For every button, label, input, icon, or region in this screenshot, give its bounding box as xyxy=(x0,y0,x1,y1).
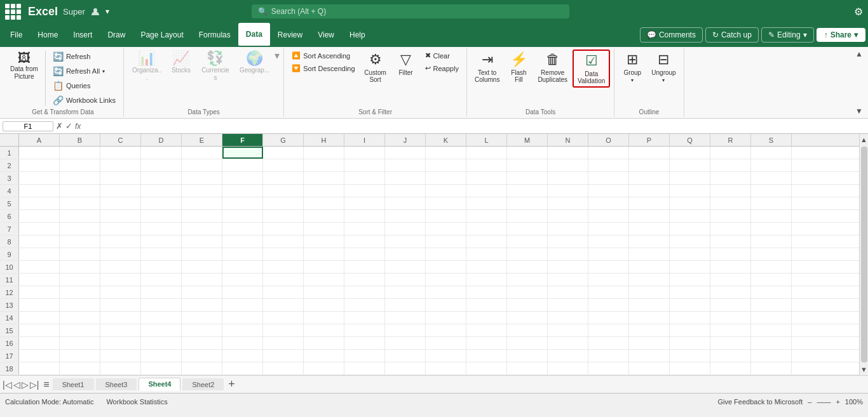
settings-icon[interactable]: ⚙ xyxy=(854,6,863,18)
cell-H13[interactable] xyxy=(304,299,344,311)
cell-E15[interactable] xyxy=(182,324,222,336)
cell-M3[interactable] xyxy=(507,172,548,184)
col-header-L[interactable]: L xyxy=(466,134,507,146)
cell-L7[interactable] xyxy=(466,223,507,235)
cell-L4[interactable] xyxy=(466,185,507,197)
col-header-N[interactable]: N xyxy=(548,134,588,146)
cell-J18[interactable] xyxy=(385,362,426,374)
remove-duplicates-button[interactable]: 🗑 RemoveDuplicates xyxy=(534,50,571,85)
cell-K11[interactable] xyxy=(426,274,466,286)
cell-H14[interactable] xyxy=(304,312,344,324)
cell-R4[interactable] xyxy=(710,185,751,197)
cell-Q18[interactable] xyxy=(670,362,710,374)
cell-J3[interactable] xyxy=(385,172,426,184)
cell-J14[interactable] xyxy=(385,312,426,324)
data-types-expand-icon[interactable]: ▾ xyxy=(275,50,280,62)
cell-R9[interactable] xyxy=(710,248,751,260)
row-num-13[interactable]: 13 xyxy=(0,299,19,311)
cell-E4[interactable] xyxy=(182,185,222,197)
cell-Q12[interactable] xyxy=(670,286,710,298)
cell-I16[interactable] xyxy=(344,337,385,349)
cell-B2[interactable] xyxy=(60,159,100,171)
cell-D18[interactable] xyxy=(141,362,182,374)
col-header-R[interactable]: R xyxy=(710,134,751,146)
menu-home[interactable]: Home xyxy=(30,23,65,47)
cell-M7[interactable] xyxy=(507,223,548,235)
cell-C18[interactable] xyxy=(100,362,141,374)
cell-A9[interactable] xyxy=(19,248,60,260)
cell-R1[interactable] xyxy=(710,147,751,159)
cell-K10[interactable] xyxy=(426,261,466,273)
cell-M6[interactable] xyxy=(507,210,548,222)
cell-Q4[interactable] xyxy=(670,185,710,197)
scroll-down-arrow[interactable]: ▼ xyxy=(858,364,868,375)
cell-R6[interactable] xyxy=(710,210,751,222)
cell-D12[interactable] xyxy=(141,286,182,298)
cell-F3[interactable] xyxy=(222,172,263,184)
cell-Q1[interactable] xyxy=(670,147,710,159)
waffle-icon[interactable] xyxy=(5,4,20,19)
cell-G9[interactable] xyxy=(263,248,304,260)
cell-O13[interactable] xyxy=(588,299,629,311)
cell-A6[interactable] xyxy=(19,210,60,222)
row-num-4[interactable]: 4 xyxy=(0,185,19,197)
add-sheet-button[interactable]: + xyxy=(226,378,238,391)
cell-L15[interactable] xyxy=(466,324,507,336)
cell-H2[interactable] xyxy=(304,159,344,171)
cell-G8[interactable] xyxy=(263,235,304,248)
cell-F9[interactable] xyxy=(222,248,263,260)
cell-A12[interactable] xyxy=(19,286,60,298)
dropdown-arrow-user[interactable]: ▾ xyxy=(105,7,109,16)
cell-F13[interactable] xyxy=(222,299,263,311)
cell-Q3[interactable] xyxy=(670,172,710,184)
col-header-J[interactable]: J xyxy=(385,134,426,146)
cell-B3[interactable] xyxy=(60,172,100,184)
cell-E12[interactable] xyxy=(182,286,222,298)
cell-O12[interactable] xyxy=(588,286,629,298)
cell-H6[interactable] xyxy=(304,210,344,222)
cell-A4[interactable] xyxy=(19,185,60,197)
cell-A1[interactable] xyxy=(19,147,60,159)
zoom-slider[interactable]: —— xyxy=(817,398,831,406)
cell-A13[interactable] xyxy=(19,299,60,311)
zoom-plus-icon[interactable]: + xyxy=(836,398,839,406)
cell-M5[interactable] xyxy=(507,197,548,209)
cell-L16[interactable] xyxy=(466,337,507,349)
cell-G13[interactable] xyxy=(263,299,304,311)
cell-F1[interactable] xyxy=(222,147,263,159)
cell-M9[interactable] xyxy=(507,248,548,260)
menu-page-layout[interactable]: Page Layout xyxy=(133,23,191,47)
cell-I3[interactable] xyxy=(344,172,385,184)
menu-file[interactable]: File xyxy=(3,23,30,47)
cell-M11[interactable] xyxy=(507,274,548,286)
cell-A5[interactable] xyxy=(19,197,60,209)
cell-G10[interactable] xyxy=(263,261,304,273)
sheet-tab-sheet4[interactable]: Sheet4 xyxy=(139,378,180,391)
cell-I8[interactable] xyxy=(344,235,385,248)
cell-C10[interactable] xyxy=(100,261,141,273)
organize-button[interactable]: 📊 Organiza... xyxy=(128,50,166,84)
cell-Q8[interactable] xyxy=(670,235,710,248)
cell-F17[interactable] xyxy=(222,350,263,362)
cell-F11[interactable] xyxy=(222,274,263,286)
formula-input[interactable] xyxy=(83,122,865,131)
tab-prev-prev-icon[interactable]: |◁ xyxy=(3,380,12,390)
cell-D14[interactable] xyxy=(141,312,182,324)
filter-button[interactable]: ▽ Filter xyxy=(392,50,420,78)
cell-P4[interactable] xyxy=(629,185,670,197)
menu-insert[interactable]: Insert xyxy=(65,23,100,47)
cell-S5[interactable] xyxy=(751,197,792,209)
cell-A18[interactable] xyxy=(19,362,60,374)
col-header-E[interactable]: E xyxy=(182,134,222,146)
cell-L12[interactable] xyxy=(466,286,507,298)
cell-M16[interactable] xyxy=(507,337,548,349)
cell-E16[interactable] xyxy=(182,337,222,349)
cell-D1[interactable] xyxy=(141,147,182,159)
cell-H17[interactable] xyxy=(304,350,344,362)
cell-D13[interactable] xyxy=(141,299,182,311)
cell-C4[interactable] xyxy=(100,185,141,197)
flash-fill-button[interactable]: ⚡ FlashFill xyxy=(505,50,532,85)
cell-N16[interactable] xyxy=(548,337,588,349)
cell-R13[interactable] xyxy=(710,299,751,311)
cell-O14[interactable] xyxy=(588,312,629,324)
